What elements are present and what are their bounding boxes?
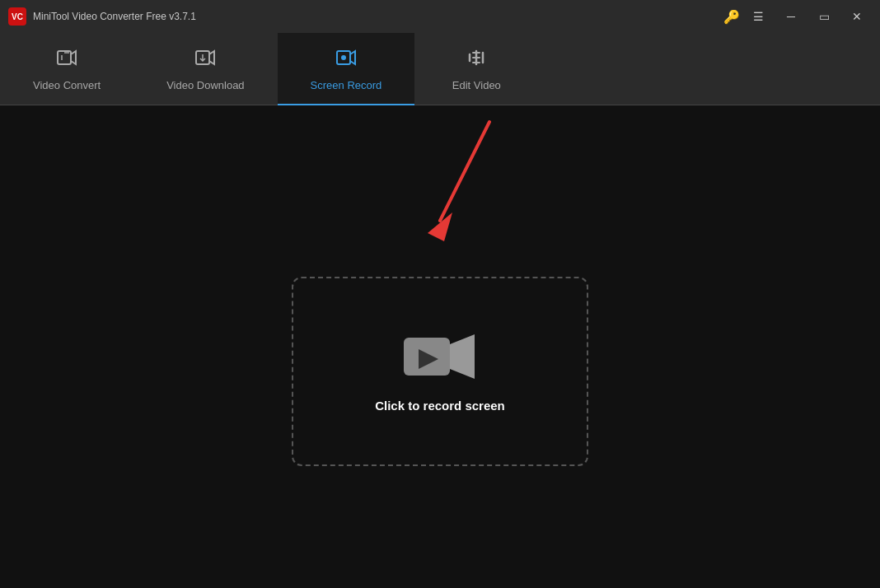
tab-edit-video[interactable]: Edit Video bbox=[414, 33, 538, 105]
minimize-icon: ─ bbox=[787, 10, 795, 23]
tab-edit-video-label: Edit Video bbox=[452, 79, 501, 91]
svg-point-3 bbox=[341, 55, 346, 60]
app-logo: VC bbox=[8, 7, 26, 26]
red-arrow bbox=[415, 114, 514, 245]
key-icon: 🔑 bbox=[723, 9, 740, 25]
video-download-icon bbox=[194, 46, 217, 72]
close-icon: ✕ bbox=[852, 10, 862, 23]
record-screen-box[interactable]: Click to record screen bbox=[292, 277, 588, 466]
main-content: Click to record screen bbox=[0, 105, 880, 588]
minimize-button[interactable]: ─ bbox=[776, 4, 806, 29]
record-camera-icon bbox=[402, 331, 478, 382]
tab-screen-record-label: Screen Record bbox=[311, 79, 382, 91]
record-cta-label: Click to record screen bbox=[375, 399, 505, 413]
svg-marker-8 bbox=[450, 334, 475, 379]
title-bar-controls: 🔑 ☰ ─ ▭ ✕ bbox=[723, 4, 872, 29]
screen-record-icon bbox=[335, 46, 358, 72]
title-bar: VC MiniTool Video Converter Free v3.7.1 … bbox=[0, 0, 880, 33]
video-convert-icon bbox=[55, 46, 78, 72]
maximize-icon: ▭ bbox=[819, 10, 830, 23]
menu-button[interactable]: ☰ bbox=[743, 4, 773, 29]
title-bar-left: VC MiniTool Video Converter Free v3.7.1 bbox=[8, 7, 196, 26]
maximize-button[interactable]: ▭ bbox=[809, 4, 839, 29]
edit-video-icon bbox=[465, 46, 488, 72]
app-title: MiniTool Video Converter Free v3.7.1 bbox=[33, 11, 196, 22]
tab-video-download-label: Video Download bbox=[166, 79, 244, 91]
close-button[interactable]: ✕ bbox=[842, 4, 872, 29]
nav-tabs: Video Convert Video Download Screen Reco… bbox=[0, 33, 880, 105]
hamburger-icon: ☰ bbox=[753, 10, 764, 23]
tab-screen-record[interactable]: Screen Record bbox=[278, 33, 415, 105]
tab-video-convert-label: Video Convert bbox=[33, 79, 101, 91]
tab-video-convert[interactable]: Video Convert bbox=[0, 33, 133, 105]
svg-marker-5 bbox=[428, 212, 452, 241]
svg-line-4 bbox=[440, 122, 489, 221]
tab-video-download[interactable]: Video Download bbox=[133, 33, 277, 105]
